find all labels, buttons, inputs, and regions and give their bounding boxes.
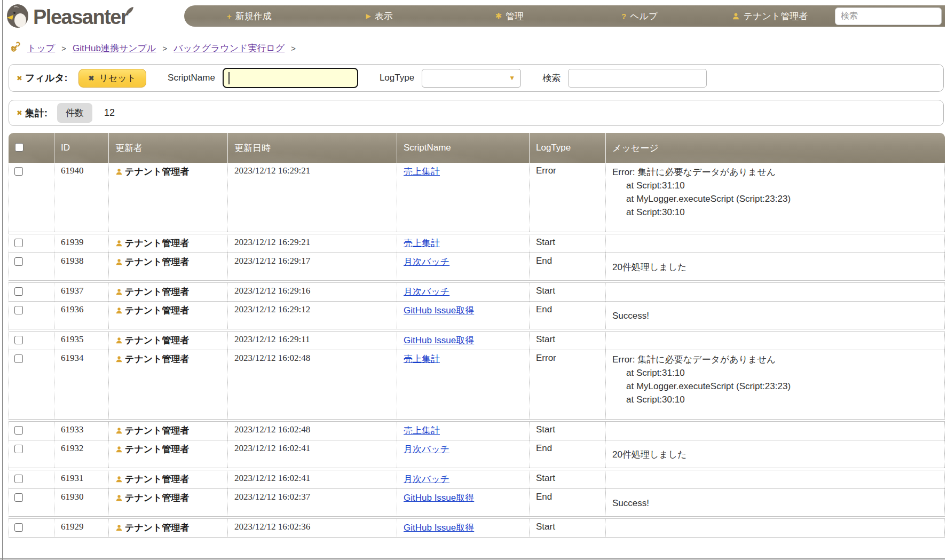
close-icon[interactable]: ✖ — [17, 74, 22, 82]
column-header-メッセージ[interactable]: メッセージ — [606, 133, 945, 163]
message-line: Success! — [612, 309, 940, 322]
row-logtype-cell: Start — [530, 234, 606, 253]
column-header-id[interactable]: ID — [54, 133, 109, 163]
message-text: Success! — [612, 309, 940, 322]
row-select-cell — [9, 488, 54, 516]
message-text: 20件処理しました — [612, 448, 940, 461]
scriptname-link[interactable]: GitHub Issue取得 — [404, 335, 474, 345]
row-id-cell: 61939 — [54, 234, 109, 253]
breadcrumb-link[interactable]: GitHub連携サンプル — [73, 42, 156, 54]
row-updater-cell: テナント管理者 — [109, 301, 228, 329]
window-bottom-edge — [0, 558, 945, 559]
count-pill[interactable]: 件数 — [57, 103, 92, 123]
column-header-更新者[interactable]: 更新者 — [109, 133, 228, 163]
nav-item-view[interactable]: ▶表示 — [314, 10, 445, 22]
row-id-cell: 61934 — [54, 350, 109, 419]
column-header-scriptname[interactable]: ScriptName — [397, 133, 530, 163]
penguin-logo-icon — [6, 3, 30, 31]
row-id-cell: 61930 — [54, 488, 109, 516]
breadcrumb-separator: > — [162, 44, 167, 53]
scriptname-link[interactable]: 月次バッチ — [404, 257, 449, 267]
row-select-cell — [9, 440, 54, 468]
nav-item-create[interactable]: +新規作成 — [184, 10, 314, 22]
scriptname-link[interactable]: 売上集計 — [404, 354, 440, 364]
row-updater-name: テナント管理者 — [125, 443, 190, 455]
message-text: Success! — [612, 496, 940, 510]
scriptname-link[interactable]: GitHub Issue取得 — [404, 305, 474, 316]
row-updated-cell: 2023/12/12 16:29:21 — [228, 234, 397, 253]
row-checkbox[interactable] — [14, 445, 23, 453]
scriptname-link[interactable]: 売上集計 — [404, 238, 440, 248]
row-checkbox[interactable] — [14, 287, 23, 296]
app-logo[interactable]: Pleasanter — [6, 3, 134, 31]
column-header-logtype[interactable]: LogType — [530, 133, 606, 163]
row-select-cell — [9, 163, 54, 232]
scriptname-link[interactable]: 売上集計 — [404, 167, 440, 177]
row-checkbox[interactable] — [14, 239, 23, 247]
table-row: 61934テナント管理者2023/12/12 16:02:48売上集計Error… — [9, 350, 945, 419]
row-message-cell — [606, 282, 945, 301]
scriptname-link[interactable]: GitHub Issue取得 — [404, 493, 474, 503]
main-nav: +新規作成▶表示✱管理?ヘルプテナント管理者 — [184, 5, 945, 27]
row-logtype-cell: Start — [530, 421, 606, 440]
row-checkbox[interactable] — [14, 336, 23, 344]
breadcrumb-link[interactable]: バックグラウンド実行ログ — [173, 42, 285, 54]
row-checkbox[interactable] — [14, 475, 23, 483]
logo-leaf-icon — [125, 6, 134, 17]
nav-item-account[interactable]: テナント管理者 — [705, 10, 835, 22]
row-message-cell — [606, 421, 945, 440]
row-updater-cell: テナント管理者 — [109, 282, 228, 301]
row-checkbox[interactable] — [14, 306, 23, 314]
row-logtype-cell: Start — [530, 518, 606, 537]
row-updated-cell: 2023/12/12 16:02:48 — [228, 350, 397, 419]
person-icon — [115, 336, 123, 347]
row-updated-cell: 2023/12/12 16:29:11 — [228, 331, 397, 350]
row-checkbox[interactable] — [14, 493, 23, 502]
row-updater-cell: テナント管理者 — [109, 331, 228, 350]
text-caret — [228, 72, 230, 84]
scriptname-link[interactable]: 月次バッチ — [404, 287, 449, 297]
search-filter-input[interactable] — [568, 69, 707, 88]
row-checkbox[interactable] — [14, 167, 23, 176]
row-message-cell: 20件処理しました — [606, 440, 945, 468]
grid-bottom-border — [9, 537, 945, 538]
message-line: Error: 集計に必要なデータがありません — [612, 353, 940, 366]
row-id-cell: 61935 — [54, 331, 109, 350]
row-checkbox[interactable] — [14, 257, 23, 266]
row-updated-cell: 2023/12/12 16:02:37 — [228, 488, 397, 516]
row-select-cell — [9, 282, 54, 301]
person-icon — [115, 239, 123, 250]
row-logtype-cell: End — [530, 301, 606, 329]
scriptname-link[interactable]: 月次バッチ — [404, 474, 449, 484]
close-icon: ✖ — [89, 74, 94, 82]
scriptname-filter-input[interactable] — [223, 68, 358, 88]
breadcrumb-link[interactable]: トップ — [27, 42, 55, 54]
message-line: at MyLogger.executeScript (Script:23:23) — [612, 380, 940, 393]
reset-button[interactable]: ✖ リセット — [78, 69, 147, 88]
person-icon — [115, 427, 123, 437]
row-checkbox[interactable] — [14, 426, 23, 435]
close-icon[interactable]: ✖ — [17, 109, 22, 117]
row-updater-cell: テナント管理者 — [109, 421, 228, 440]
nav-item-help[interactable]: ?ヘルプ — [574, 10, 705, 22]
scriptname-link[interactable]: GitHub Issue取得 — [404, 523, 474, 533]
row-checkbox[interactable] — [14, 354, 23, 363]
select-all-checkbox[interactable] — [15, 143, 23, 152]
row-scriptname-cell: 月次バッチ — [397, 253, 530, 280]
row-scriptname-cell: GitHub Issue取得 — [397, 518, 530, 537]
row-checkbox[interactable] — [14, 523, 23, 532]
table-row: 61939テナント管理者2023/12/12 16:29:21売上集計Start — [9, 234, 945, 253]
row-logtype-cell: Error — [530, 350, 606, 419]
global-search-input[interactable] — [835, 7, 942, 25]
breadcrumb-separator: > — [291, 44, 296, 53]
column-header-更新日時[interactable]: 更新日時 — [228, 133, 397, 163]
scriptname-link[interactable]: 月次バッチ — [404, 444, 449, 454]
logtype-filter-label: LogType — [380, 73, 414, 83]
logtype-select[interactable]: ▼ — [422, 69, 521, 88]
table-row: 61929テナント管理者2023/12/12 16:02:36GitHub Is… — [9, 518, 945, 537]
nav-item-label: テナント管理者 — [744, 10, 808, 22]
scriptname-link[interactable]: 売上集計 — [404, 425, 440, 436]
nav-item-admin[interactable]: ✱管理 — [445, 10, 575, 22]
caret-icon: ▶ — [366, 12, 371, 20]
row-updater-name: テナント管理者 — [125, 165, 190, 178]
